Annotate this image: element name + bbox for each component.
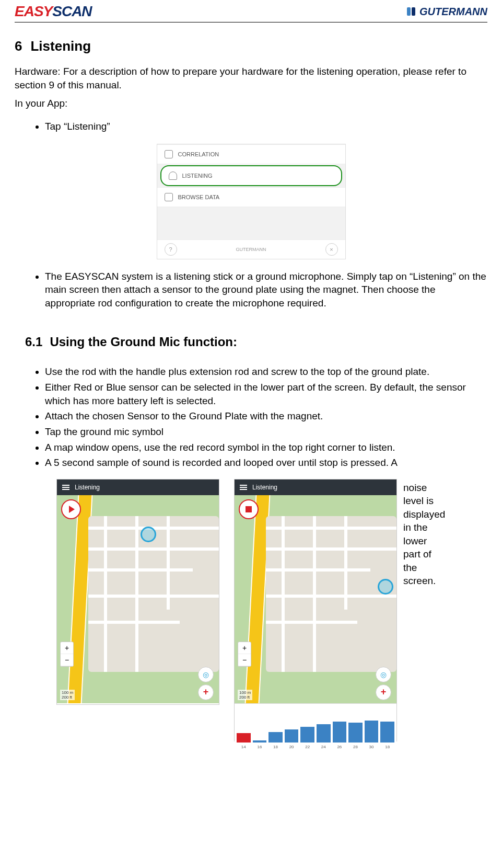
bullet-system-desc: The EASYSCAN system is a listening stick…: [45, 270, 487, 310]
zoom-out: −: [238, 654, 251, 666]
subsection-number: 6.1: [25, 335, 42, 349]
zoom-in: +: [61, 642, 73, 654]
menu-label-browse: BROWSE DATA: [178, 194, 220, 200]
noise-bar: [300, 727, 314, 743]
menu-label-listening: LISTENING: [182, 173, 213, 179]
hamburger-icon: [62, 484, 69, 491]
noise-bar: [365, 721, 379, 743]
gm-bullet-2: Either Red or Blue sensor can be selecte…: [45, 381, 487, 407]
noise-tick: 16: [253, 745, 267, 749]
record-stop-button: [239, 499, 259, 519]
help-icon: ?: [165, 243, 177, 256]
play-icon: [69, 506, 75, 513]
map-topbar-right: Listening: [235, 479, 396, 495]
headphones-icon: [169, 172, 177, 180]
in-your-app-label: In your App:: [15, 97, 487, 110]
section-heading: 6Listening: [15, 38, 487, 54]
menu-footer: ? GUTERMANN ×: [157, 239, 345, 259]
page-header: EASYSCAN GUTERMANN: [15, 0, 487, 22]
zoom-control: + −: [60, 642, 74, 667]
noise-tick: 18: [268, 745, 283, 749]
add-button: +: [198, 684, 214, 700]
noise-level-chart: 14161820222426283018: [235, 703, 396, 750]
street-grid: [266, 516, 396, 672]
intro-paragraph: Hardware: For a description of how to pr…: [15, 65, 487, 92]
hamburger-icon: [240, 484, 247, 491]
section-number: 6: [15, 38, 22, 54]
location-marker: [141, 527, 156, 542]
subsection-heading: 6.1Using the Ground Mic function:: [25, 335, 487, 349]
noise-tick: 14: [237, 745, 251, 749]
noise-bar: [380, 722, 394, 743]
noise-bar: [333, 722, 347, 743]
scale-label: 100 m 200 ft: [238, 690, 252, 700]
zoom-in: +: [238, 642, 251, 654]
logo-easy: EASY: [15, 3, 52, 19]
logo-scan: SCAN: [52, 3, 91, 19]
map-body-right: + − ◎ + 100 m 200 ft: [235, 495, 396, 703]
stop-icon: [246, 506, 252, 512]
add-button: +: [376, 684, 391, 700]
noise-tick: 20: [285, 745, 299, 749]
map-screenshots-row: Listening + − ◎ + 100 m 200 ft Listening: [15, 479, 487, 746]
noise-bar: [348, 723, 363, 743]
locate-button: ◎: [198, 667, 214, 682]
gutermann-logo: GUTERMANN: [406, 6, 487, 18]
map-topbar: Listening: [57, 479, 219, 495]
zoom-out: −: [61, 654, 73, 666]
gutermann-text: GUTERMANN: [419, 6, 487, 18]
noise-axis-labels: 14161820222426283018: [235, 745, 396, 749]
noise-tick: 18: [380, 745, 394, 749]
location-marker: [378, 579, 393, 595]
gm-bullet-5: A map window opens, use the red record s…: [45, 441, 487, 454]
app-menu-screenshot: CORRELATION LISTENING BROWSE DATA ? GUTE…: [157, 144, 346, 259]
bullet-list-system: The EASYSCAN system is a listening stick…: [15, 270, 487, 310]
noise-tick: 28: [348, 745, 363, 749]
gutermann-icon: [406, 6, 416, 17]
menu-row-browse: BROWSE DATA: [157, 187, 345, 207]
bullet-list-groundmic: Use the rod with the handle plus extensi…: [15, 365, 487, 469]
noise-tick: 22: [300, 745, 314, 749]
menu-row-listening: LISTENING: [160, 165, 342, 186]
noise-tick: 26: [333, 745, 347, 749]
noise-bar: [253, 740, 267, 743]
noise-bar: [285, 729, 299, 743]
noise-tick: 30: [365, 745, 379, 749]
gm-bullet-1: Use the rod with the handle plus extensi…: [45, 365, 487, 379]
noise-bar: [268, 732, 283, 743]
correlation-icon: [165, 150, 173, 158]
gm-bullet-6: A 5 second sample of sound is recorded a…: [45, 456, 487, 470]
noise-tick: 24: [317, 745, 331, 749]
menu-footer-brand: GUTERMANN: [236, 247, 266, 252]
close-icon: ×: [325, 243, 338, 256]
map-title: Listening: [75, 484, 100, 491]
bullet-list-top: Tap “Listening”: [15, 120, 487, 133]
section-title-text: Listening: [30, 38, 91, 54]
map-screenshot-stop: Listening + − ◎ + 100 m 200 ft 141618202…: [234, 479, 397, 741]
map-body-left: + − ◎ + 100 m 200 ft: [57, 495, 219, 703]
noise-bar: [317, 724, 331, 743]
map-screenshot-play: Listening + − ◎ + 100 m 200 ft: [56, 479, 219, 705]
scale-label: 100 m 200 ft: [60, 690, 75, 700]
subsection-title-text: Using the Ground Mic function:: [50, 335, 237, 349]
zoom-control: + −: [238, 642, 251, 667]
record-play-button: [61, 499, 81, 519]
menu-row-correlation: CORRELATION: [157, 144, 345, 164]
map-title-right: Listening: [252, 484, 277, 491]
easyscan-logo: EASYSCAN: [15, 3, 92, 20]
folder-icon: [165, 193, 173, 201]
gm-bullet-4: Tap the ground mic symbol: [45, 425, 487, 439]
gm-bullet-3: Attach the chosen Sensor to the Ground P…: [45, 409, 487, 423]
menu-label-correlation: CORRELATION: [178, 151, 219, 157]
wrap-text-noise: noise level is displayed in the lower pa…: [403, 481, 436, 588]
noise-bar: [237, 733, 251, 743]
bullet-tap-listening: Tap “Listening”: [45, 120, 487, 133]
locate-button: ◎: [376, 667, 391, 682]
